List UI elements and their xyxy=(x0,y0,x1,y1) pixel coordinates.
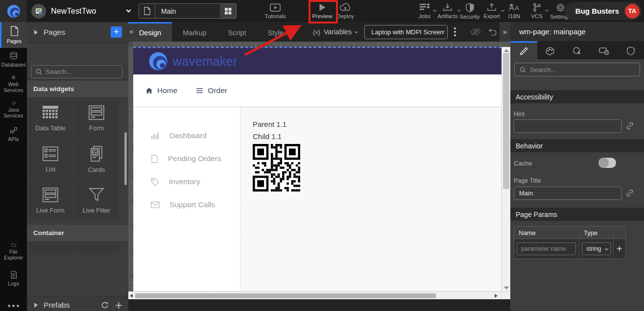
left-panel: Pages + Widgets Data widgets xyxy=(27,22,128,311)
bind-hint-link-icon[interactable] xyxy=(626,122,634,130)
widget-cards[interactable]: Cards xyxy=(74,140,119,180)
list-icon xyxy=(43,146,58,161)
page-main-content: Parent 1.1 Child 1.1 xyxy=(240,107,501,291)
child-label: Child 1.1 xyxy=(253,132,501,141)
pages-accordion[interactable]: Pages + xyxy=(27,22,128,43)
kebab-menu-icon[interactable] xyxy=(454,27,456,36)
tab-security[interactable] xyxy=(617,41,644,59)
widget-live-filter[interactable]: Live Filter xyxy=(74,181,119,221)
menu-item-pending-orders[interactable]: Pending Orders xyxy=(134,149,240,168)
widget-container-partial[interactable] xyxy=(28,242,73,255)
widget-panel-partial[interactable] xyxy=(74,242,119,255)
canvas-horizontal-scrollbar[interactable] xyxy=(128,291,510,299)
param-type-select[interactable]: string xyxy=(582,242,611,255)
sidebar-item-web-services[interactable]: Web Services xyxy=(0,72,27,97)
sidebar-item-databases[interactable]: Databases xyxy=(0,48,27,72)
menu-item-dashboard[interactable]: Dashboard xyxy=(134,126,240,145)
param-name-input[interactable] xyxy=(517,242,576,255)
scroll-left-icon[interactable] xyxy=(130,294,133,298)
page-menu: Dashboard Pending Orders xyxy=(134,107,240,291)
hide-preview-icon[interactable] xyxy=(470,27,481,36)
jobs-button[interactable]: Jobs xyxy=(414,0,435,22)
team-button[interactable]: Bug Busters TA xyxy=(565,2,642,20)
artifacts-button[interactable]: Artifacts xyxy=(436,0,459,22)
add-param-button[interactable]: + xyxy=(617,243,622,255)
horizontal-scroll-thumb[interactable] xyxy=(135,293,436,298)
tutorials-button[interactable]: Tutorials xyxy=(262,0,288,22)
export-button[interactable]: Export xyxy=(481,0,502,22)
scroll-down-icon[interactable] xyxy=(504,287,509,289)
cache-toggle[interactable] xyxy=(598,158,616,168)
add-prefab-icon[interactable] xyxy=(115,302,122,309)
vertical-scroll-thumb[interactable] xyxy=(503,53,509,189)
refresh-icon[interactable] xyxy=(101,301,109,309)
tab-events[interactable] xyxy=(564,41,591,59)
canvas-vertical-scrollbar[interactable] xyxy=(501,47,510,291)
widget-list[interactable]: List xyxy=(28,140,73,180)
add-page-button[interactable]: + xyxy=(111,26,122,38)
shield-icon xyxy=(627,47,635,55)
nav-order[interactable]: Order xyxy=(196,86,227,95)
page-navbar: Home Order xyxy=(133,74,501,107)
bind-page-title-link-icon[interactable] xyxy=(626,189,634,197)
tab-properties[interactable] xyxy=(510,41,537,59)
tab-script[interactable]: Script xyxy=(217,22,257,42)
wavemaker-logo[interactable] xyxy=(0,0,27,22)
toolbar-more-button[interactable]: » xyxy=(500,22,510,42)
page-selector[interactable]: Main xyxy=(139,3,237,19)
tab-devices[interactable] xyxy=(591,41,618,59)
project-chevron-down-icon[interactable] xyxy=(126,8,131,13)
nav-home[interactable]: Home xyxy=(145,86,177,95)
apis-icon xyxy=(9,126,19,134)
sidebar-item-apis[interactable]: APIs xyxy=(0,122,27,146)
svg-text:A: A xyxy=(515,4,519,12)
avatar[interactable]: TA xyxy=(625,4,640,19)
menu-item-support-calls[interactable]: Support Calls xyxy=(134,195,240,215)
sidebar-item-logs[interactable]: Logs xyxy=(0,267,27,290)
wavemaker-page-logo-icon xyxy=(148,51,168,72)
mail-icon xyxy=(151,201,160,208)
scroll-up-icon[interactable] xyxy=(504,49,509,52)
vcs-chevron-icon xyxy=(545,8,549,12)
deploy-button[interactable]: Deploy xyxy=(333,0,358,22)
page-title-input[interactable] xyxy=(514,187,621,200)
security-button[interactable]: Security xyxy=(459,0,480,22)
properties-search-input[interactable] xyxy=(530,66,628,73)
widget-data-table[interactable]: Data Table xyxy=(28,98,73,139)
project-switcher[interactable]: NewTestTwo xyxy=(31,0,130,22)
prefabs-accordion[interactable]: Prefabs xyxy=(27,296,128,311)
variables-dropdown[interactable]: {x} Variables xyxy=(313,28,358,36)
widget-form[interactable]: Form xyxy=(74,98,119,139)
section-behavior: Behavior xyxy=(510,139,644,152)
page-title-label: Page Title xyxy=(514,177,541,184)
page-icon xyxy=(139,4,155,18)
menu-item-inventory[interactable]: Inventory xyxy=(134,172,240,191)
export-upload-icon xyxy=(487,3,497,12)
variables-icon: {x} xyxy=(313,28,320,36)
hint-input[interactable] xyxy=(514,120,621,133)
properties-panel: wm-page: mainpage xyxy=(510,22,644,311)
scroll-right-icon[interactable] xyxy=(495,294,498,298)
design-canvas-page[interactable]: wavemaker Home Order xyxy=(133,47,510,291)
vcs-button[interactable]: VCS xyxy=(526,0,548,22)
i18n-button[interactable]: A I18N xyxy=(503,0,525,22)
device-selector[interactable]: Laptop with MDPI Screen xyxy=(364,25,448,39)
tab-styles[interactable] xyxy=(537,41,564,59)
widget-search[interactable] xyxy=(31,65,122,78)
widget-search-input[interactable] xyxy=(46,68,114,75)
tab-style[interactable]: Style xyxy=(257,22,294,42)
page-header[interactable]: wavemaker xyxy=(133,47,501,74)
sidebar-item-pages[interactable]: Pages xyxy=(0,22,27,48)
page-grid-button[interactable] xyxy=(220,4,236,18)
tag-icon xyxy=(151,178,159,186)
tab-markup[interactable]: Markup xyxy=(172,22,217,42)
widget-live-form[interactable]: Live Form xyxy=(28,181,73,221)
properties-search[interactable] xyxy=(514,63,640,76)
sidebar-item-file-explorer[interactable]: File Explorer xyxy=(0,239,27,264)
panel-scrollbar[interactable] xyxy=(124,132,127,185)
sidebar-item-java-services[interactable]: Java Services xyxy=(0,97,27,122)
section-page-params: Page Params xyxy=(510,208,644,221)
more-options-icon[interactable] xyxy=(0,305,27,307)
undo-icon[interactable] xyxy=(487,27,497,36)
preview-button[interactable]: Preview xyxy=(310,0,334,22)
